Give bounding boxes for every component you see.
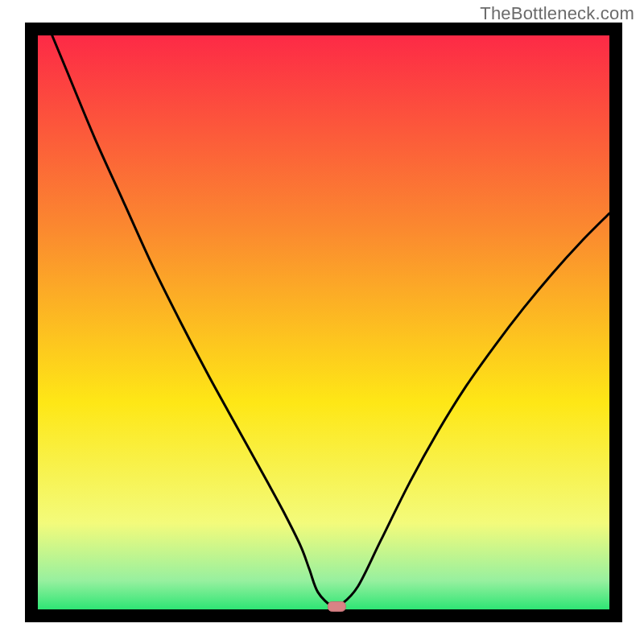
plot-background <box>38 35 609 609</box>
attribution-label: TheBottleneck.com <box>480 3 634 24</box>
bottleneck-chart: TheBottleneck.com <box>0 0 644 644</box>
optimum-marker <box>328 601 345 611</box>
chart-svg <box>0 0 644 644</box>
